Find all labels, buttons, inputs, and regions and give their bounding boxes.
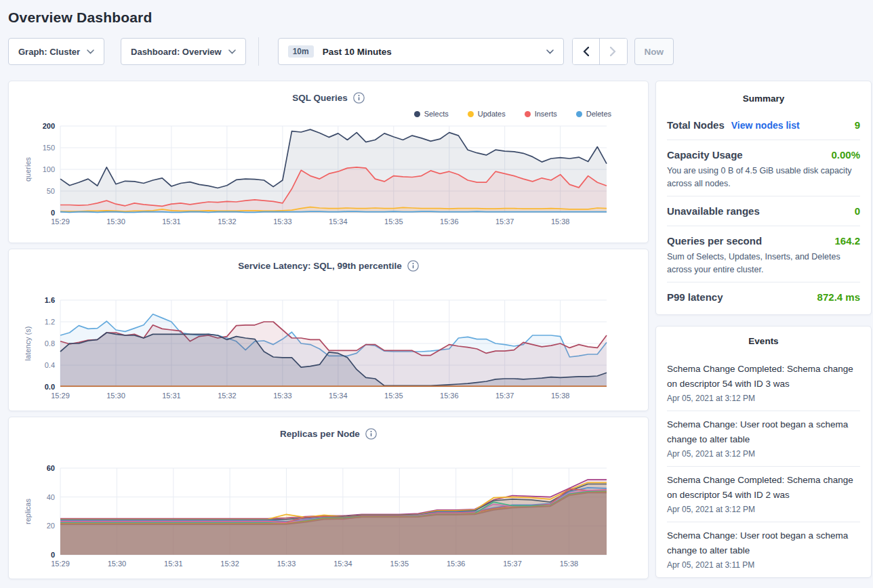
svg-text:15:36: 15:36 [440, 217, 459, 226]
queries-per-second-row: Queries per second 164.2 [667, 229, 860, 253]
replicas-per-node-panel: Replicas per Node 020406015:2915:3015:31… [8, 417, 649, 579]
dashboard-dropdown[interactable]: Dashboard: Overview [121, 38, 246, 65]
svg-text:15:30: 15:30 [106, 217, 125, 226]
chart-legend: Selects Updates Inserts Deletes [18, 110, 611, 118]
total-nodes-label: Total Nodes [667, 119, 725, 131]
legend-item-inserts[interactable]: Inserts [525, 110, 557, 118]
svg-text:15:34: 15:34 [333, 560, 352, 568]
legend-dot [576, 111, 582, 117]
svg-text:15:35: 15:35 [390, 560, 409, 568]
legend-dot [414, 111, 420, 117]
chevron-down-icon [87, 49, 94, 54]
legend-dot [525, 111, 531, 117]
event-list-item[interactable]: Schema Change: User root began a schema … [667, 411, 860, 467]
legend-label: Selects [424, 110, 449, 118]
unavailable-ranges-value: 0 [855, 205, 860, 217]
svg-text:15:29: 15:29 [51, 560, 70, 568]
svg-text:50: 50 [47, 187, 55, 195]
svg-text:0: 0 [51, 209, 55, 217]
event-list-item[interactable]: Schema Change Completed: Schema change o… [667, 467, 860, 522]
graph-dropdown-label: Graph: Cluster [18, 47, 80, 57]
svg-text:15:33: 15:33 [277, 560, 296, 568]
sql-queries-panel: SQL Queries Selects Updates Inserts Dele… [8, 81, 649, 243]
p99-latency-label: P99 latency [667, 291, 723, 303]
p99-latency-value: 872.4 ms [817, 291, 860, 303]
p99-latency-row: P99 latency 872.4 ms [667, 285, 860, 309]
svg-text:15:34: 15:34 [329, 392, 348, 400]
svg-text:1.2: 1.2 [45, 318, 55, 326]
svg-text:15:32: 15:32 [218, 217, 237, 226]
legend-dot [468, 111, 474, 117]
main-content: SQL Queries Selects Updates Inserts Dele… [8, 81, 872, 585]
svg-text:15:31: 15:31 [162, 392, 181, 400]
overview-dashboard-page: Overview Dashboard Graph: Cluster Dashbo… [0, 0, 873, 588]
event-timestamp: Apr 05, 2021 at 3:12 PM [667, 394, 860, 403]
event-list-item[interactable]: Schema Change Completed: Schema change o… [667, 356, 860, 411]
sql-queries-chart[interactable]: 05010015020015:2915:3015:3115:3215:3315:… [18, 119, 632, 229]
svg-text:replicas: replicas [24, 499, 32, 524]
toolbar: Graph: Cluster Dashboard: Overview 10m P… [8, 37, 872, 66]
event-timestamp: Apr 05, 2021 at 3:12 PM [667, 449, 860, 459]
time-prev-button[interactable] [573, 39, 600, 64]
svg-text:15:32: 15:32 [218, 392, 237, 400]
svg-text:15:31: 15:31 [162, 217, 181, 226]
svg-text:15:37: 15:37 [495, 392, 514, 400]
summary-divider [667, 196, 860, 196]
svg-text:15:34: 15:34 [329, 217, 348, 226]
svg-text:15:37: 15:37 [503, 560, 522, 568]
legend-label: Deletes [586, 110, 611, 118]
info-icon[interactable] [365, 428, 377, 440]
svg-text:100: 100 [43, 165, 55, 173]
svg-text:15:35: 15:35 [384, 217, 403, 226]
svg-text:0: 0 [51, 551, 55, 559]
legend-label: Updates [478, 110, 506, 118]
chevron-down-icon [228, 49, 236, 54]
view-nodes-list-link[interactable]: View nodes list [731, 120, 800, 131]
unavailable-ranges-label: Unavailable ranges [667, 205, 760, 217]
events-panel: Events Schema Change Completed: Schema c… [655, 326, 872, 578]
event-list-item[interactable]: Schema Change: User root began a schema … [667, 522, 860, 577]
time-step-buttons [572, 38, 628, 65]
legend-label: Inserts [535, 110, 557, 118]
unavailable-ranges-row: Unavailable ranges 0 [667, 199, 860, 223]
time-next-button[interactable] [600, 39, 627, 64]
queries-per-second-description: Sum of Selects, Updates, Inserts, and De… [667, 251, 860, 276]
svg-text:200: 200 [43, 122, 55, 130]
svg-text:15:33: 15:33 [273, 392, 292, 400]
info-icon[interactable] [407, 260, 419, 272]
capacity-usage-value: 0.00% [831, 149, 860, 161]
events-title: Events [667, 336, 860, 346]
queries-per-second-label: Queries per second [667, 235, 762, 247]
svg-text:15:30: 15:30 [108, 560, 127, 568]
info-icon[interactable] [353, 92, 365, 104]
legend-item-updates[interactable]: Updates [468, 110, 506, 118]
svg-text:latency (s): latency (s) [24, 327, 32, 361]
chevron-down-icon [546, 49, 554, 54]
event-text: Schema Change: User root began a schema … [667, 417, 860, 447]
svg-text:15:36: 15:36 [440, 392, 459, 400]
svg-text:15:38: 15:38 [560, 560, 579, 568]
capacity-usage-description: You are using 0 B of 4.5 GiB usable disk… [667, 165, 860, 190]
service-latency-panel: Service Latency: SQL, 99th percentile 0.… [8, 249, 649, 411]
page-title: Overview Dashboard [8, 9, 872, 26]
chart-title-row: Service Latency: SQL, 99th percentile [18, 257, 638, 274]
charts-column: SQL Queries Selects Updates Inserts Dele… [8, 81, 649, 585]
svg-text:1.6: 1.6 [45, 296, 55, 304]
time-range-picker[interactable]: 10m Past 10 Minutes [278, 38, 564, 65]
capacity-usage-label: Capacity Usage [667, 149, 743, 161]
chart-title: Service Latency: SQL, 99th percentile [238, 261, 402, 271]
graph-dropdown[interactable]: Graph: Cluster [8, 38, 104, 65]
svg-text:150: 150 [43, 144, 55, 152]
toolbar-divider [258, 37, 259, 66]
svg-text:queries: queries [24, 156, 32, 182]
event-timestamp: Apr 05, 2021 at 3:12 PM [667, 505, 860, 514]
service-latency-chart[interactable]: 0.00.40.81.21.615:2915:3015:3115:3215:33… [18, 293, 632, 403]
now-button[interactable]: Now [634, 38, 674, 65]
replicas-per-node-chart[interactable]: 020406015:2915:3015:3115:3215:3315:3415:… [18, 461, 632, 571]
svg-text:0.0: 0.0 [45, 383, 55, 391]
summary-title: Summary [667, 93, 860, 104]
legend-item-selects[interactable]: Selects [414, 110, 449, 118]
svg-text:15:29: 15:29 [51, 217, 70, 226]
legend-item-deletes[interactable]: Deletes [576, 110, 611, 118]
chevron-left-icon [583, 47, 589, 56]
